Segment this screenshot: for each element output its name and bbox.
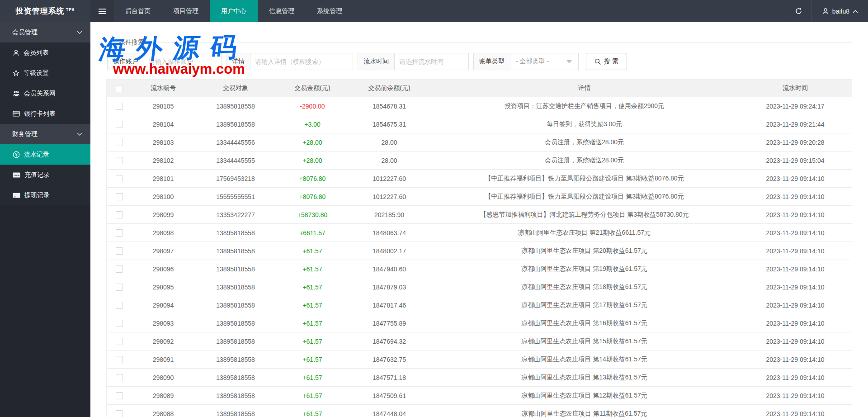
sidebar-item-withdraw-records[interactable]: 提现记录 [0, 185, 90, 205]
collapse-menu-button[interactable] [90, 0, 114, 22]
top-nav: 后台首页 项目管理 用户中心 信息管理 系统管理 [114, 0, 354, 22]
select-all-checkbox[interactable] [116, 85, 123, 92]
cell-balance: 1847632.75 [349, 356, 430, 363]
row-checkbox[interactable] [116, 320, 123, 327]
sidebar-item-label: 流水记录 [24, 151, 49, 159]
row-checkbox[interactable] [116, 121, 123, 128]
sidebar-item-transaction-records[interactable]: 流水记录 [0, 144, 90, 165]
chevron-down-icon [77, 31, 82, 34]
cell-balance: 1847879.03 [349, 284, 430, 291]
sidebar-item-recharge-records[interactable]: PayPal 充值记录 [0, 165, 90, 185]
sidebar-group-members[interactable]: 会员管理 [0, 22, 90, 43]
row-checkbox[interactable] [116, 139, 123, 146]
caret-down-icon [566, 60, 572, 63]
user-menu[interactable]: baifu8 [812, 0, 868, 22]
row-checkbox[interactable] [116, 175, 123, 182]
bill-type-select[interactable]: - 全部类型 - [510, 53, 579, 70]
search-panel: 条件搜索 操作账户 详情 流水时间 账单类型 - 全部类型 - [106, 38, 852, 79]
table-row: 29809613895818558+61.571847940.60凉都山阿里生态… [107, 260, 852, 278]
cell-amount: -2900.00 [276, 103, 349, 110]
row-checkbox[interactable] [116, 247, 123, 255]
row-checkbox[interactable] [116, 157, 123, 164]
cell-detail: 凉都山阿里生态农庄项目 第12期收益61.57元 [430, 392, 739, 400]
cell-time: 2023-11-29 09:14:10 [739, 320, 852, 327]
cell-balance: 1847448.04 [349, 410, 430, 417]
row-checkbox[interactable] [116, 229, 123, 237]
cell-amount: +61.57 [276, 410, 349, 417]
row-checkbox[interactable] [116, 410, 123, 417]
sidebar-group-finance[interactable]: 财务管理 [0, 124, 90, 144]
row-checkbox[interactable] [116, 356, 123, 363]
cell-balance: 1012227.60 [349, 193, 430, 200]
row-checkbox[interactable] [116, 265, 123, 273]
operator-account-input[interactable] [144, 53, 222, 70]
cell-id: 298095 [132, 284, 195, 291]
detail-input[interactable] [250, 53, 353, 70]
cell-id: 298096 [132, 265, 195, 273]
nav-item-information[interactable]: 信息管理 [258, 0, 306, 22]
row-checkbox[interactable] [116, 211, 123, 218]
sidebar: 会员管理 会员列表 等级设置 会员关系网 [0, 22, 90, 417]
bill-type-value: - 全部类型 - [516, 57, 549, 66]
search-form: 操作账户 详情 流水时间 账单类型 - 全部类型 - [107, 53, 852, 70]
sidebar-item-level-settings[interactable]: 等级设置 [0, 63, 90, 83]
cell-id: 298099 [132, 211, 195, 218]
row-checkbox[interactable] [116, 193, 123, 200]
cell-time: 2023-11-29 09:14:10 [739, 284, 852, 291]
row-checkbox[interactable] [116, 302, 123, 309]
transaction-time-input[interactable] [394, 53, 469, 70]
nav-item-user-center[interactable]: 用户中心 [210, 0, 258, 22]
app-title-sup: TP6 [66, 7, 75, 12]
user-avatar-icon [822, 8, 829, 15]
row-checkbox[interactable] [116, 103, 123, 110]
nav-item-dashboard[interactable]: 后台首页 [114, 0, 162, 22]
nav-item-projects[interactable]: 项目管理 [162, 0, 210, 22]
row-checkbox[interactable] [116, 392, 123, 399]
cell-balance: 1854678.31 [349, 103, 430, 110]
row-checkbox-cell [107, 156, 132, 164]
cell-detail: 【中正推荐福利项目】铁力至凤阳段公路建设项目 第3期收益8076.80元 [430, 175, 739, 183]
table-body: 29810513895818558-2900.001854678.31投资项目：… [107, 97, 852, 417]
main-content: 海外源码 www.haiwaiym.com 条件搜索 操作账户 详情 流水时间 [90, 22, 868, 417]
cell-target: 13895818558 [195, 265, 276, 273]
search-icon [594, 58, 601, 65]
cell-id: 298102 [132, 157, 195, 164]
sidebar-item-label: 会员关系网 [24, 90, 56, 98]
table-row: 29809113895818558+61.571847632.75凉都山阿里生态… [107, 351, 852, 369]
header-target: 交易对象 [195, 84, 276, 92]
cell-time: 2023-11-29 09:14:10 [739, 356, 852, 363]
refresh-button[interactable] [786, 0, 811, 22]
cell-id: 298104 [132, 121, 195, 128]
cell-target: 13895818558 [195, 121, 276, 128]
cell-amount: +61.57 [276, 374, 349, 381]
cell-detail: 会员注册，系统赠送28.00元 [430, 156, 739, 165]
row-checkbox[interactable] [116, 284, 123, 291]
cell-balance: 1847509.61 [349, 392, 430, 399]
table-row: 29808813895818558+61.571847448.04凉都山阿里生态… [107, 405, 852, 417]
cell-detail: 【感恩节加推福利项目】河北建筑工程劳务分包项目 第3期收益58730.80元 [430, 211, 739, 219]
cell-balance: 1854675.31 [349, 121, 430, 128]
cell-amount: +58730.80 [276, 211, 349, 218]
row-checkbox[interactable] [116, 338, 123, 345]
cell-detail: 每日签到，获得奖励3.00元 [430, 120, 739, 128]
search-button[interactable]: 搜 索 [586, 53, 627, 70]
sidebar-item-member-list[interactable]: 会员列表 [0, 43, 90, 63]
table-row: 29809013895818558+61.571847571.18凉都山阿里生态… [107, 369, 852, 387]
cell-target: 13353422277 [195, 211, 276, 218]
table-header: 流水编号 交易对象 交易金额(元) 交易前余额(元) 详情 流水时间 [107, 80, 852, 97]
cell-id: 298090 [132, 374, 195, 381]
sidebar-item-label: 等级设置 [24, 69, 49, 77]
sidebar-item-bank-cards[interactable]: 银行卡列表 [0, 104, 90, 124]
cell-time: 2023-11-29 09:14:10 [739, 211, 852, 218]
cell-target: 13895818558 [195, 356, 276, 363]
cell-amount: +61.57 [276, 356, 349, 363]
cell-target: 13895818558 [195, 229, 276, 237]
row-checkbox-cell [107, 138, 132, 146]
cell-balance: 28.00 [349, 157, 430, 164]
sidebar-item-member-network[interactable]: 会员关系网 [0, 83, 90, 104]
cell-balance: 1848002.17 [349, 247, 430, 255]
row-checkbox[interactable] [116, 374, 123, 381]
cell-time: 2023-11-29 09:20:28 [739, 139, 852, 146]
nav-item-system[interactable]: 系统管理 [306, 0, 354, 22]
cell-id: 298097 [132, 247, 195, 255]
